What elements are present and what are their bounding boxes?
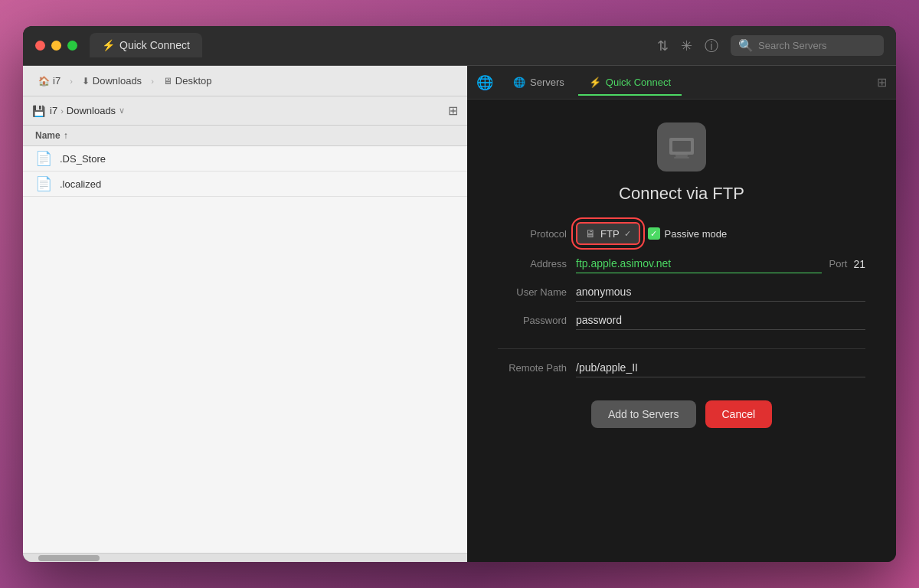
- tab-servers-label: Servers: [530, 77, 564, 88]
- search-input[interactable]: [758, 40, 876, 51]
- username-row: User Name: [498, 283, 865, 302]
- download-icon: ⬇: [82, 76, 90, 87]
- separator-icon: ›: [70, 77, 73, 86]
- file-name: .localized: [60, 178, 101, 190]
- right-panel: 🌐 🌐 Servers ⚡ Quick Connect ⊞: [467, 66, 896, 562]
- port-section: Port 21: [829, 258, 865, 270]
- password-label: Password: [498, 315, 567, 326]
- protocol-icon: 🖥: [585, 227, 596, 240]
- grid-icon-right[interactable]: ⊞: [877, 75, 887, 90]
- maximize-button[interactable]: [67, 41, 77, 51]
- remote-path-input[interactable]: [576, 358, 865, 377]
- title-bar-actions: ⇅ ✳ ⓘ 🔍: [657, 35, 884, 56]
- file-list-header: Name ↑: [23, 126, 467, 146]
- file-toolbar: 💾 i7 › Downloads ∨ ⊞: [23, 96, 467, 126]
- list-item[interactable]: 📄 .DS_Store: [23, 146, 467, 172]
- window-tab[interactable]: ⚡ Quick Connect: [90, 33, 202, 59]
- path-separator-icon: ›: [61, 106, 64, 116]
- svg-rect-1: [672, 141, 691, 152]
- tab-servers[interactable]: 🌐 Servers: [502, 70, 575, 94]
- form-section: Protocol 🖥 FTP ✓ ✓ Pa: [498, 222, 865, 339]
- close-button[interactable]: [35, 41, 45, 51]
- right-tab-bar: 🌐 🌐 Servers ⚡ Quick Connect ⊞: [467, 66, 896, 100]
- scrollbar[interactable]: [23, 553, 467, 562]
- servers-globe-icon: 🌐: [513, 77, 525, 88]
- password-row: Password: [498, 311, 865, 330]
- ftp-icon: [657, 122, 706, 172]
- protocol-check-icon: ✓: [624, 229, 631, 239]
- path-downloads: Downloads: [67, 105, 116, 116]
- chevron-down-icon: ∨: [119, 106, 125, 116]
- quick-connect-panel: Connect via FTP Protocol 🖥 FTP ✓: [467, 100, 896, 562]
- separator2-icon: ›: [151, 77, 154, 86]
- port-value: 21: [853, 258, 865, 270]
- remote-path-label: Remote Path: [498, 362, 567, 374]
- lightning-icon: ⚡: [102, 39, 115, 51]
- username-label: User Name: [498, 286, 567, 298]
- breadcrumb-downloads[interactable]: ⬇ Downloads: [76, 72, 148, 90]
- search-bar[interactable]: 🔍: [731, 35, 884, 56]
- title-bar: ⚡ Quick Connect ⇅ ✳ ⓘ 🔍: [23, 26, 896, 66]
- breadcrumb-desktop[interactable]: 🖥 Desktop: [157, 72, 218, 90]
- tab-quick-connect[interactable]: ⚡ Quick Connect: [578, 70, 682, 96]
- search-icon: 🔍: [738, 38, 754, 53]
- home-icon: 🏠: [38, 76, 50, 87]
- file-list: 📄 .DS_Store 📄 .localized: [23, 146, 467, 553]
- list-item[interactable]: 📄 .localized: [23, 172, 467, 197]
- port-label: Port: [829, 258, 848, 270]
- file-icon: 📄: [35, 150, 52, 167]
- remote-path-row: Remote Path: [498, 358, 865, 377]
- spinner-icon[interactable]: ✳: [681, 38, 692, 54]
- breadcrumb-home[interactable]: 🏠 i7: [32, 72, 67, 90]
- address-row: Address Port 21: [498, 254, 865, 273]
- password-input-area: [576, 311, 865, 330]
- svg-rect-3: [674, 157, 689, 158]
- passive-mode-checkbox[interactable]: ✓: [648, 227, 660, 240]
- file-icon: 📄: [35, 175, 52, 192]
- protocol-selector[interactable]: 🖥 FTP ✓: [576, 222, 640, 245]
- path-root: i7: [50, 105, 57, 116]
- breadcrumb-desktop-label: Desktop: [175, 75, 212, 87]
- sort-icon: ↑: [64, 130, 68, 141]
- connect-title: Connect via FTP: [619, 184, 744, 204]
- transfer-icon[interactable]: ⇅: [657, 38, 669, 54]
- breadcrumb-home-label: i7: [53, 75, 61, 87]
- address-label: Address: [498, 258, 567, 270]
- add-to-servers-button[interactable]: Add to Servers: [591, 400, 696, 428]
- protocol-input-area: 🖥 FTP ✓ ✓ Passive mode: [576, 222, 865, 245]
- svg-rect-2: [675, 155, 688, 157]
- tab-title: Quick Connect: [119, 39, 190, 51]
- username-input[interactable]: [576, 283, 865, 302]
- info-icon[interactable]: ⓘ: [705, 37, 718, 55]
- main-window: ⚡ Quick Connect ⇅ ✳ ⓘ 🔍 🏠 i7 ›: [23, 26, 896, 562]
- cancel-button[interactable]: Cancel: [705, 400, 773, 428]
- drive-icon: 💾: [32, 105, 45, 117]
- passive-mode-toggle[interactable]: ✓ Passive mode: [648, 227, 728, 240]
- scroll-thumb[interactable]: [38, 555, 100, 561]
- breadcrumb-downloads-label: Downloads: [93, 75, 142, 87]
- minimize-button[interactable]: [51, 41, 61, 51]
- protocol-row: Protocol 🖥 FTP ✓ ✓ Pa: [498, 222, 865, 245]
- desktop-icon: 🖥: [163, 76, 172, 87]
- address-input[interactable]: [576, 254, 822, 273]
- main-content: 🏠 i7 › ⬇ Downloads › 🖥 Desktop 💾: [23, 66, 896, 562]
- tab-quick-connect-label: Quick Connect: [606, 77, 671, 88]
- password-input[interactable]: [576, 311, 865, 330]
- ftp-icon-container: [657, 122, 706, 172]
- grid-view-icon[interactable]: ⊞: [448, 103, 458, 118]
- left-panel: 🏠 i7 › ⬇ Downloads › 🖥 Desktop 💾: [23, 66, 467, 562]
- address-input-area: Port 21: [576, 254, 865, 273]
- folder-path: i7 › Downloads ∨: [50, 105, 125, 116]
- passive-mode-label: Passive mode: [665, 228, 728, 240]
- tab-lightning-icon: ⚡: [589, 77, 601, 88]
- action-buttons: Add to Servers Cancel: [591, 400, 772, 428]
- file-name: .DS_Store: [60, 153, 106, 165]
- protocol-label: Protocol: [498, 228, 567, 240]
- globe-icon: 🌐: [476, 74, 493, 91]
- traffic-lights: [35, 41, 77, 51]
- name-column-label: Name: [35, 130, 61, 141]
- username-input-area: [576, 283, 865, 302]
- breadcrumb-bar: 🏠 i7 › ⬇ Downloads › 🖥 Desktop: [23, 66, 467, 96]
- protocol-value: FTP: [600, 228, 620, 240]
- form-divider: [498, 348, 865, 349]
